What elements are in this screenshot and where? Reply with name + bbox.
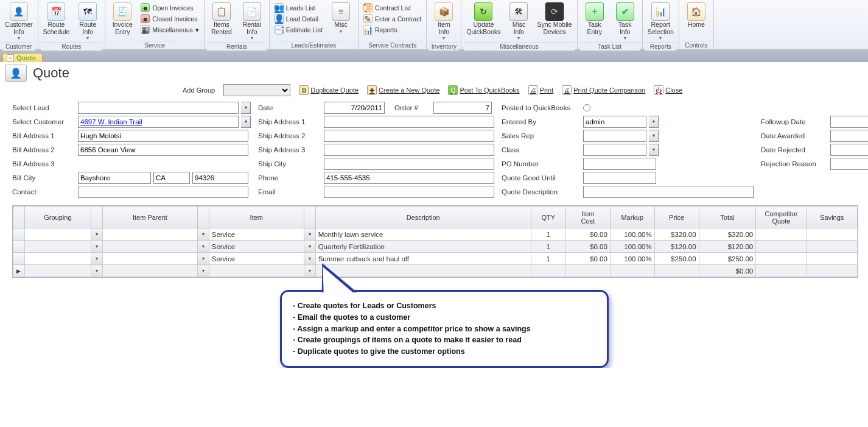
cell-qty[interactable] [531,265,565,277]
home-button[interactable]: 🏠Home [682,1,711,41]
rental-info-button[interactable]: 📄Rental Info▾ [237,1,267,42]
col-markup[interactable]: Markup [610,206,654,228]
add-group-select[interactable] [223,84,290,96]
cell-price[interactable]: $120.00 [654,241,699,253]
cell-itemparent[interactable] [102,228,197,241]
grouping-dropdown[interactable]: ▾ [91,253,103,265]
close-button[interactable]: ⏻Close [654,85,682,95]
cell-item[interactable]: Service [209,228,304,241]
cell-markup[interactable] [610,265,654,277]
grouping-dropdown[interactable]: ▾ [91,228,103,241]
col-cost[interactable]: Item Cost [565,206,610,228]
billzip-input[interactable] [192,172,248,184]
cell-savings[interactable] [807,228,857,241]
leads-misc-button[interactable]: ≡Misc▾ [326,1,355,41]
posted-radio[interactable] [583,104,590,111]
cell-itemparent[interactable] [102,265,197,277]
billcity-input[interactable] [78,172,151,184]
update-qb-button[interactable]: ↻Update QuickBooks [464,1,503,42]
bill1-input[interactable] [78,130,248,142]
create-new-quote-button[interactable]: ✚Create a New Quote [367,85,439,95]
email-input[interactable] [324,186,494,198]
reason-input[interactable] [830,158,868,170]
billstate-input[interactable] [153,172,190,184]
task-entry-button[interactable]: ＋Task Entry [580,1,609,42]
cell-competitor[interactable] [756,241,807,253]
select-lead-dropdown[interactable]: ▾ [241,102,251,114]
select-lead-input[interactable] [78,102,239,114]
cell-competitor[interactable] [756,228,807,241]
cell-competitor[interactable] [756,253,807,265]
customer-info-button[interactable]: 👤Customer Info▾ [2,1,35,42]
open-invoices-button[interactable]: ●Open Invoices [138,2,201,13]
row-selector[interactable] [13,228,25,241]
cell-cost[interactable] [565,265,610,277]
cell-markup[interactable]: 100.00% [610,241,654,253]
items-rented-button[interactable]: 📋Items Rented [207,1,236,42]
col-itemparent[interactable]: Item Parent [102,206,197,228]
post-to-qb-button[interactable]: QPost To QuickBooks [448,85,519,95]
select-customer-dropdown[interactable]: ▾ [241,116,251,128]
cell-item[interactable] [209,265,304,277]
cell-grouping[interactable] [24,253,91,265]
sync-mobile-button[interactable]: ⟳Sync Mobile Devices [534,1,574,42]
enter-contract-button[interactable]: ✎Enter a Contract [361,13,424,24]
cell-description[interactable]: Monthly lawn service [315,228,531,241]
route-info-button[interactable]: 🗺Route Info▾ [73,1,102,42]
followup-input[interactable] [830,116,868,128]
row-selector[interactable]: ▶ [13,265,25,277]
col-competitor[interactable]: Competitor Quote [756,206,807,228]
cell-price[interactable]: $250.00 [654,253,699,265]
cell-total[interactable]: $250.00 [699,253,756,265]
cell-markup[interactable]: 100.00% [610,253,654,265]
col-description[interactable]: Description [315,206,531,228]
itemparent-dropdown[interactable]: ▾ [197,265,209,277]
rejected-input[interactable] [830,144,868,156]
print-button[interactable]: 🖨Print [528,85,554,95]
date-input[interactable] [324,102,385,114]
grouping-dropdown[interactable]: ▾ [91,241,103,253]
cell-item[interactable]: Service [209,241,304,253]
item-dropdown[interactable]: ▾ [304,228,315,241]
cell-grouping[interactable] [24,241,91,253]
enteredby-input[interactable] [583,116,646,128]
cell-savings[interactable] [807,265,857,277]
leads-list-button[interactable]: 👥Leads List [272,2,325,13]
select-customer-input[interactable] [78,116,239,128]
task-info-button[interactable]: ✔Task Info▾ [611,1,640,42]
misc-info-button[interactable]: 🛠Misc Info▾ [504,1,533,42]
awarded-input[interactable] [830,130,868,142]
shipcity-input[interactable] [324,158,494,170]
itemparent-dropdown[interactable]: ▾ [197,241,209,253]
col-qty[interactable]: QTY [531,206,565,228]
enteredby-dropdown[interactable]: ▾ [649,116,659,128]
ship2-input[interactable] [324,130,494,142]
cell-qty[interactable]: 1 [531,228,565,241]
cell-item[interactable]: Service [209,253,304,265]
duplicate-quote-button[interactable]: ⧉Duplicate Quote [299,85,359,95]
service-misc-button[interactable]: ▦Miscellaneous ▾ [138,24,201,35]
table-row[interactable]: ▾▾Service▾Quarterly Fertilization1$0.001… [13,241,858,253]
salesrep-dropdown[interactable]: ▾ [649,130,659,142]
closed-invoices-button[interactable]: ●Closed Invoices [138,13,201,24]
cell-competitor[interactable] [756,265,807,277]
cell-total[interactable]: $0.00 [699,265,756,277]
cell-itemparent[interactable] [102,253,197,265]
col-grouping[interactable]: Grouping [24,206,91,228]
row-selector[interactable] [13,241,25,253]
cell-price[interactable] [654,265,699,277]
item-info-button[interactable]: 📦Item Info▾ [429,1,458,42]
gooduntil-input[interactable] [583,172,656,184]
cell-itemparent[interactable] [102,241,197,253]
contact-input[interactable] [78,186,248,198]
cell-grouping[interactable] [24,228,91,241]
sc-reports-button[interactable]: 📊Reports [361,24,424,35]
table-row[interactable]: ▶▾▾▾$0.00 [13,265,858,277]
ship3-input[interactable] [324,144,494,156]
col-item[interactable]: Item [209,206,304,228]
lead-detail-button[interactable]: 👤Lead Detail [272,13,325,24]
cell-total[interactable]: $120.00 [699,241,756,253]
cell-description[interactable]: Quarterly Fertilization [315,241,531,253]
phone-input[interactable] [324,172,494,184]
class-input[interactable] [583,144,646,156]
